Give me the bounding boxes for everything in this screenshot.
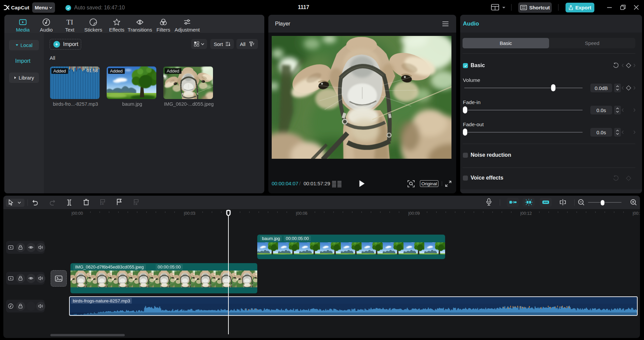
svg-text:TI: TI [66, 18, 73, 26]
svg-text:|00:09: |00:09 [408, 211, 420, 216]
svg-text:|00:15: |00:15 [633, 211, 640, 216]
svg-text:AI: AI [102, 203, 104, 205]
svg-text:|00:03: |00:03 [184, 211, 196, 216]
